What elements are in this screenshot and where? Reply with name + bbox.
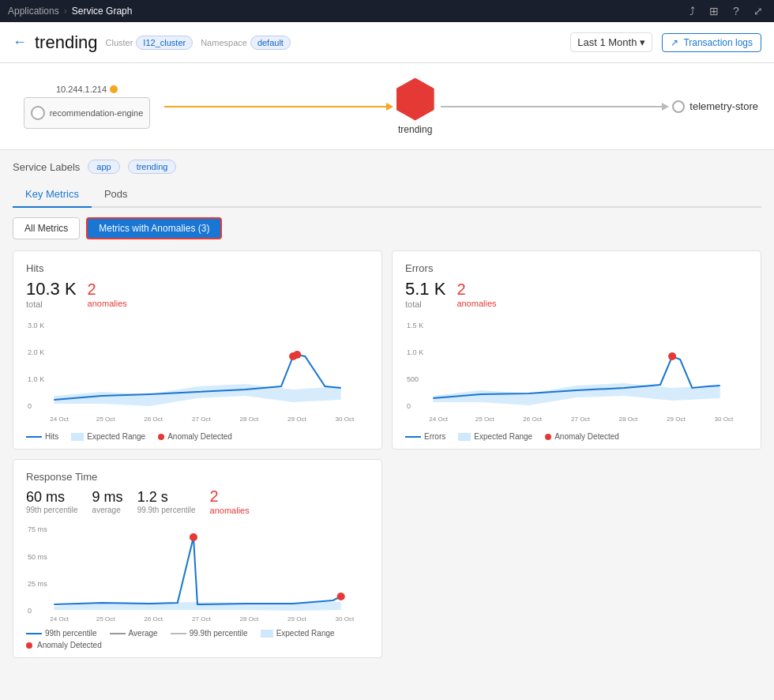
response-range-label: Expected Range [276,629,335,638]
response-p99-line-icon [26,633,42,634]
svg-text:25 Oct: 25 Oct [475,416,494,423]
svg-point-6 [293,351,301,359]
trending-node: trending [396,78,434,135]
breadcrumb-applications[interactable]: Applications [8,6,59,17]
svg-text:50 ms: 50 ms [28,553,47,561]
response-p99-label: 99th percentile [26,506,78,514]
top-nav: Applications › Service Graph ⤴ ⊞ ? ⤢ [0,0,774,22]
tab-pods[interactable]: Pods [92,182,141,208]
svg-text:29 Oct: 29 Oct [287,416,306,423]
svg-point-33 [337,593,345,600]
transaction-logs-icon: ↗ [671,37,678,48]
svg-text:24 Oct: 24 Oct [429,416,448,423]
time-selector[interactable]: Last 1 Month ▾ [570,32,652,52]
svg-text:25 Oct: 25 Oct [96,416,115,423]
errors-total-group: 5.1 K total [405,279,445,309]
svg-text:28 Oct: 28 Oct [618,416,637,423]
errors-legend-line: Errors [405,432,445,441]
svg-text:26 Oct: 26 Oct [523,416,542,423]
svg-text:26 Oct: 26 Oct [144,416,163,423]
errors-total-label: total [405,299,422,309]
center-service-label: trending [398,124,432,135]
nav-icon-3[interactable]: ? [728,3,744,19]
filter-row: All Metrics Metrics with Anomalies (3) [13,217,761,239]
response-avg-legend-label: Average [129,629,158,638]
hits-stats: 10.3 K total 2 anomalies [26,279,369,309]
svg-text:0: 0 [28,402,32,410]
response-p99-legend-label: 99th percentile [45,629,97,638]
transaction-logs-label: Transaction logs [683,37,753,48]
svg-text:2.0 K: 2.0 K [28,348,44,356]
response-avg-legend: Average [110,629,158,638]
hits-legend-anomaly: Anomaly Detected [158,432,232,441]
svg-text:30 Oct: 30 Oct [336,615,355,623]
errors-range-label: Expected Range [474,432,532,441]
errors-chart: 1.5 K 1.0 K 500 0 24 Oct 25 Oct 26 Oct 2… [405,317,748,427]
response-time-chart: 75 ms 50 ms 25 ms 0 24 Oct 25 Oct 26 Oct… [26,521,369,624]
breadcrumb-separator: › [64,6,67,17]
breadcrumb: Applications › Service Graph [8,6,132,17]
hits-title: Hits [26,262,369,274]
svg-text:25 ms: 25 ms [28,580,47,588]
hits-anomalies-group: 2 anomalies [88,280,127,308]
response-p999-legend-label: 99.9th percentile [190,629,248,638]
errors-anomalies-label: anomalies [457,299,496,308]
svg-text:1.0 K: 1.0 K [407,348,423,356]
transaction-logs-button[interactable]: ↗ Transaction logs [662,33,761,52]
cluster-badge: Cluster I12_cluster [106,36,194,50]
hits-card: Hits 10.3 K total 2 anomalies 3.0 K 2.0 … [13,250,382,450]
metrics-grid: Hits 10.3 K total 2 anomalies 3.0 K 2.0 … [13,250,761,450]
breadcrumb-service-graph: Service Graph [72,6,133,17]
nav-icon-4[interactable]: ⤢ [750,3,766,19]
nav-icon-2[interactable]: ⊞ [706,3,722,19]
tab-key-metrics[interactable]: Key Metrics [13,182,92,208]
namespace-value: default [250,36,291,50]
response-legend: 99th percentile Average 99.9th percentil… [26,629,369,638]
all-metrics-button[interactable]: All Metrics [13,217,80,239]
cluster-label: Cluster [106,38,133,47]
response-avg-line-icon [110,633,126,634]
label-tag-app: app [88,160,119,174]
errors-anomaly-label: Anomaly Detected [554,432,619,441]
response-p99-group: 60 ms 99th percentile [26,489,78,514]
top-nav-icons: ⤴ ⊞ ? ⤢ [684,3,766,19]
errors-anomalies-group: 2 anomalies [457,280,496,308]
errors-range-icon [458,433,471,441]
response-p999-value: 1.2 s [137,489,168,506]
right-service-label: telemetry-store [689,100,758,112]
status-dot-yellow [110,85,118,93]
svg-marker-4 [54,384,340,406]
arrow-icon [386,103,393,111]
response-p99-legend: 99th percentile [26,629,97,638]
errors-total-value: 5.1 K [405,279,445,299]
hits-legend-label: Hits [45,432,58,441]
hits-anomaly-label: Anomaly Detected [167,432,232,441]
hits-range-label: Expected Range [87,432,145,441]
response-avg-value: 9 ms [92,489,123,506]
back-button[interactable]: ← [13,34,27,51]
telemetry-store-node: telemetry-store [672,100,758,113]
header-left: ← trending Cluster I12_cluster Namespace… [13,32,291,53]
telemetry-circle [672,100,685,113]
tabs-row: Key Metrics Pods [13,182,761,208]
errors-anomaly-dot-icon [545,434,551,440]
errors-anomalies-value: 2 [457,280,465,299]
metrics-with-anomalies-button[interactable]: Metrics with Anomalies (3) [86,217,222,239]
namespace-label: Namespace [201,38,247,47]
svg-text:27 Oct: 27 Oct [571,416,590,423]
nav-icon-1[interactable]: ⤴ [684,3,700,19]
header-bar: ← trending Cluster I12_cluster Namespace… [0,22,774,63]
response-avg-label: average [92,506,121,514]
response-range-legend: Expected Range [261,629,335,638]
hits-total-value: 10.3 K [26,279,77,299]
response-avg-group: 9 ms average [92,489,123,514]
service-graph: 10.244.1.214 recommendation-engine trend… [0,63,774,150]
node-ip: 10.244.1.214 [56,85,118,94]
svg-text:29 Oct: 29 Oct [667,416,686,423]
expected-range-icon [71,433,84,441]
svg-text:28 Oct: 28 Oct [239,615,258,623]
response-time-card: Response Time 60 ms 99th percentile 9 ms… [13,459,382,658]
response-time-title: Response Time [26,471,369,483]
svg-text:26 Oct: 26 Oct [144,615,163,623]
label-tag-trending: trending [128,160,177,174]
